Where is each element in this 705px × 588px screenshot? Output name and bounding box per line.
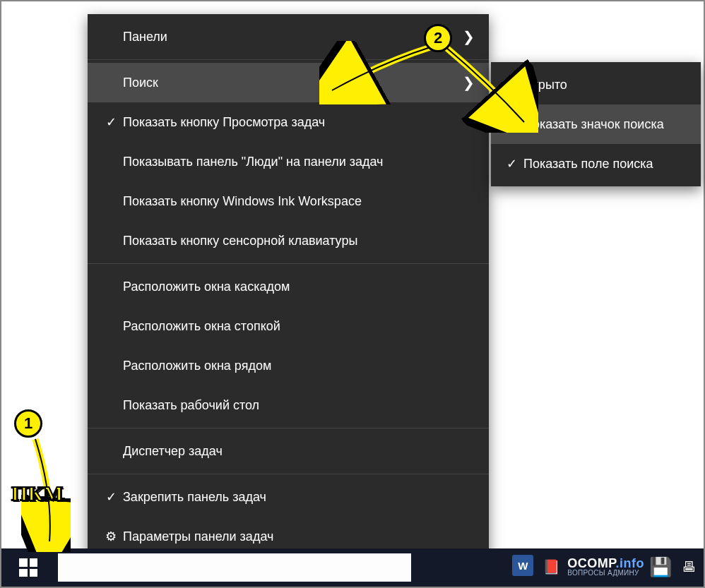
annotation-badge-2: 2 bbox=[424, 24, 452, 52]
screenshot-canvas: Панели ❯ Поиск ❯ ✓ Показать кнопку Просм… bbox=[0, 0, 705, 588]
check-icon: ✓ bbox=[501, 156, 522, 172]
system-tray: W 📕 OCOMP.info ВОПРОСЫ АДМИНУ 💾 🖶 bbox=[512, 553, 699, 581]
separator bbox=[88, 263, 489, 264]
badge-number: 1 bbox=[24, 414, 32, 433]
annotation-right-click-label: ПКМ bbox=[11, 481, 63, 505]
brand-main: OCOMP bbox=[567, 556, 615, 570]
menu-item-ink-workspace[interactable]: Показать кнопку Windows Ink Workspace bbox=[88, 181, 489, 221]
taskbar-context-menu: Панели ❯ Поиск ❯ ✓ Показать кнопку Просм… bbox=[88, 14, 489, 559]
menu-item-label: Показать кнопку сенсорной клавиатуры bbox=[122, 234, 475, 248]
menu-item-lock-taskbar[interactable]: ✓ Закрепить панель задач bbox=[88, 477, 489, 517]
badge-number: 2 bbox=[434, 29, 442, 47]
start-button[interactable] bbox=[1, 548, 55, 587]
menu-item-touch-keyboard[interactable]: Показать кнопку сенсорной клавиатуры bbox=[88, 221, 489, 260]
menu-item-label: Расположить окна каскадом bbox=[122, 280, 475, 294]
windows-logo-icon bbox=[19, 558, 37, 577]
menu-item-label: Показать поле поиска bbox=[522, 157, 687, 172]
menu-item-label: Показать кнопку Просмотра задач bbox=[122, 115, 475, 130]
chevron-right-icon: ❯ bbox=[463, 28, 475, 45]
search-submenu: Скрыто Показать значок поиска ✓ Показать… bbox=[491, 62, 701, 186]
tray-icons: W 📕 bbox=[512, 555, 562, 579]
check-icon: ✓ bbox=[100, 114, 122, 130]
separator bbox=[88, 474, 489, 474]
separator bbox=[88, 428, 489, 428]
menu-item-people[interactable]: Показывать панель "Люди" на панели задач bbox=[88, 142, 489, 181]
menu-item-label: Параметры панели задач bbox=[122, 529, 475, 544]
menu-item-label: Закрепить панель задач bbox=[122, 490, 475, 505]
menu-item-show-desktop[interactable]: Показать рабочий стол bbox=[88, 385, 489, 425]
print-icon[interactable]: 🖶 bbox=[678, 555, 699, 579]
submenu-item-hidden[interactable]: Скрыто bbox=[491, 65, 701, 104]
menu-item-cascade[interactable]: Расположить окна каскадом bbox=[88, 267, 489, 306]
word-app-icon[interactable]: W bbox=[512, 555, 533, 576]
book-icon[interactable]: 📕 bbox=[540, 555, 562, 579]
separator bbox=[88, 59, 489, 60]
annotation-badge-1: 1 bbox=[14, 409, 42, 438]
menu-item-label: Показать значок поиска bbox=[522, 117, 687, 132]
submenu-item-show-box[interactable]: ✓ Показать поле поиска bbox=[491, 144, 701, 184]
menu-item-label: Диспетчер задач bbox=[122, 444, 475, 459]
chevron-right-icon: ❯ bbox=[463, 74, 475, 91]
word-letter: W bbox=[518, 560, 528, 572]
menu-item-side-by-side[interactable]: Расположить окна рядом bbox=[88, 346, 489, 385]
menu-item-task-view[interactable]: ✓ Показать кнопку Просмотра задач bbox=[88, 102, 489, 142]
menu-item-label: Показать рабочий стол bbox=[122, 398, 475, 413]
menu-item-label: Показывать панель "Люди" на панели задач bbox=[122, 155, 475, 169]
menu-item-label: Расположить окна рядом bbox=[122, 359, 475, 373]
menu-item-search[interactable]: Поиск ❯ bbox=[88, 63, 489, 102]
menu-item-label: Панели bbox=[122, 30, 463, 44]
watermark-logo: OCOMP.info ВОПРОСЫ АДМИНУ bbox=[567, 557, 644, 577]
menu-item-task-manager[interactable]: Диспетчер задач bbox=[88, 431, 489, 471]
menu-item-label: Расположить окна стопкой bbox=[122, 319, 475, 334]
gear-icon: ⚙ bbox=[100, 529, 122, 544]
save-icon[interactable]: 💾 bbox=[650, 555, 671, 579]
taskbar: W 📕 OCOMP.info ВОПРОСЫ АДМИНУ 💾 🖶 bbox=[1, 548, 704, 587]
brand-subtitle: ВОПРОСЫ АДМИНУ bbox=[567, 570, 644, 577]
check-icon: ✓ bbox=[100, 489, 122, 505]
menu-item-label: Поиск bbox=[122, 76, 463, 90]
brand-suffix: .info bbox=[616, 556, 645, 570]
submenu-item-show-icon[interactable]: Показать значок поиска bbox=[491, 104, 701, 144]
menu-item-label: Показать кнопку Windows Ink Workspace bbox=[122, 194, 475, 209]
menu-item-stacked[interactable]: Расположить окна стопкой bbox=[88, 306, 489, 346]
tray-icons-right: 💾 🖶 bbox=[650, 555, 699, 579]
menu-item-label: Скрыто bbox=[522, 78, 687, 92]
taskbar-search-box[interactable] bbox=[58, 553, 411, 582]
